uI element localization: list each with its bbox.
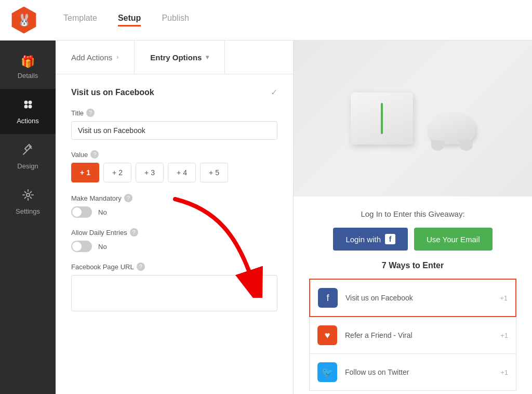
- sidebar-item-actions[interactable]: Actions: [0, 89, 56, 134]
- tab-entry-options[interactable]: Entry Options ▾: [135, 41, 225, 74]
- value-btn-4[interactable]: + 4: [168, 163, 196, 182]
- svg-point-2: [24, 105, 28, 109]
- tab-add-actions-label: Add Actions: [71, 53, 112, 62]
- logo: 🐰: [10, 7, 37, 34]
- login-email-button[interactable]: Use Your Email: [414, 228, 493, 251]
- entry-card: Log In to Enter this Giveaway: Login wit…: [294, 196, 532, 394]
- value-field-label: Value ?: [71, 150, 277, 159]
- daily-entries-label: Allow Daily Entries ?: [71, 228, 277, 237]
- mandatory-toggle[interactable]: [71, 206, 92, 218]
- tab-entry-options-arrow: ▾: [206, 54, 209, 61]
- facebook-url-input[interactable]: [71, 275, 277, 311]
- sidebar-item-settings[interactable]: Settings: [0, 179, 56, 225]
- daily-entries-toggle-row: Allow Daily Entries ? No: [71, 228, 277, 252]
- login-fb-button[interactable]: Login with f: [333, 228, 408, 251]
- mandatory-toggle-text: No: [98, 208, 107, 216]
- facebook-url-label: Facebook Page URL ?: [71, 262, 277, 271]
- sidebar-item-details[interactable]: 🎁 Details: [0, 46, 56, 89]
- top-nav: 🐰 Template Setup Publish: [0, 0, 532, 41]
- preview-area: Log In to Enter this Giveaway: Login wit…: [294, 41, 532, 394]
- entry-points-twitter: +1: [500, 369, 508, 376]
- nav-setup[interactable]: Setup: [118, 14, 141, 27]
- console-body: [351, 93, 413, 145]
- settings-icon: [22, 189, 34, 204]
- login-fb-label: Login with: [345, 235, 381, 244]
- entry-text-twitter: Follow us on Twitter: [345, 368, 493, 376]
- entry-text-fb-visit: Visit us on Facebook: [345, 294, 492, 302]
- design-icon: [22, 143, 34, 159]
- actions-icon: [22, 98, 34, 114]
- product-image: [294, 41, 532, 196]
- daily-entries-toggle-text: No: [98, 243, 107, 251]
- svg-point-3: [28, 105, 32, 109]
- sidebar-label-actions: Actions: [17, 117, 39, 125]
- controller: [429, 113, 475, 145]
- panel-area: Add Actions › Entry Options ▾ Visit us o…: [56, 41, 294, 394]
- mandatory-toggle-row: Make Mandatory ? No: [71, 194, 277, 218]
- gift-icon: 🎁: [21, 55, 35, 69]
- value-btn-2[interactable]: + 2: [103, 163, 131, 182]
- fb-icon: f: [385, 234, 395, 244]
- title-input[interactable]: [71, 121, 277, 140]
- card-chevron-icon[interactable]: ✓: [271, 87, 277, 97]
- tab-add-actions[interactable]: Add Actions ›: [56, 41, 135, 74]
- logo-icon: 🐰: [17, 14, 31, 27]
- ways-title: 7 Ways to Enter: [309, 261, 516, 270]
- entry-item-refer[interactable]: ♥ Refer a Friend - Viral +1: [309, 317, 516, 354]
- tab-add-actions-arrow: ›: [116, 54, 118, 61]
- login-buttons: Login with f Use Your Email: [309, 228, 516, 251]
- daily-entries-help-icon[interactable]: ?: [130, 228, 138, 237]
- svg-point-4: [26, 193, 30, 196]
- panel-content: Visit us on Facebook ✓ Title ? Value ? +…: [56, 74, 293, 394]
- giveaway-label: Log In to Enter this Giveaway:: [309, 209, 516, 218]
- card-header: Visit us on Facebook ✓: [71, 87, 277, 97]
- entry-item-fb-visit[interactable]: f Visit us on Facebook +1: [309, 279, 516, 317]
- facebook-url-help-icon[interactable]: ?: [137, 262, 145, 271]
- main-area: 🎁 Details Actions Design: [0, 41, 532, 394]
- sidebar-label-details: Details: [18, 72, 38, 80]
- mandatory-toggle-label-row: No: [71, 206, 277, 218]
- entry-list: f Visit us on Facebook +1 ♥ Refer a Frie…: [309, 279, 516, 391]
- mandatory-help-icon[interactable]: ?: [124, 194, 132, 202]
- svg-point-0: [24, 101, 28, 104]
- entry-text-refer: Refer a Friend - Viral: [345, 331, 493, 339]
- value-btn-5[interactable]: + 5: [200, 163, 228, 182]
- daily-entries-toggle[interactable]: [71, 241, 92, 252]
- sidebar-item-design[interactable]: Design: [0, 134, 56, 179]
- value-help-icon[interactable]: ?: [90, 150, 99, 159]
- console-illustration: [351, 93, 475, 145]
- entry-points-refer: +1: [500, 332, 508, 339]
- sidebar: 🎁 Details Actions Design: [0, 41, 56, 394]
- value-buttons: + 1 + 2 + 3 + 4 + 5: [71, 163, 277, 182]
- svg-point-1: [28, 101, 32, 104]
- entry-icon-heart: ♥: [317, 325, 337, 345]
- sidebar-label-settings: Settings: [16, 207, 40, 215]
- nav-items: Template Setup Publish: [63, 14, 189, 27]
- nav-publish[interactable]: Publish: [162, 14, 189, 27]
- title-field-label: Title ?: [71, 109, 277, 117]
- nav-template[interactable]: Template: [63, 14, 97, 27]
- entry-icon-fb: f: [318, 288, 338, 308]
- value-btn-3[interactable]: + 3: [136, 163, 164, 182]
- entry-item-twitter[interactable]: 🐦 Follow us on Twitter +1: [309, 354, 516, 391]
- entry-icon-twitter: 🐦: [317, 362, 337, 382]
- daily-entries-toggle-label-row: No: [71, 241, 277, 252]
- title-help-icon[interactable]: ?: [86, 109, 95, 117]
- tab-entry-options-label: Entry Options: [150, 53, 202, 62]
- entry-points-fb-visit: +1: [500, 294, 508, 302]
- value-btn-1[interactable]: + 1: [71, 163, 99, 182]
- panel-tabs: Add Actions › Entry Options ▾: [56, 41, 293, 74]
- sidebar-label-design: Design: [17, 162, 38, 170]
- card-title: Visit us on Facebook: [71, 88, 154, 97]
- mandatory-label: Make Mandatory ?: [71, 194, 277, 202]
